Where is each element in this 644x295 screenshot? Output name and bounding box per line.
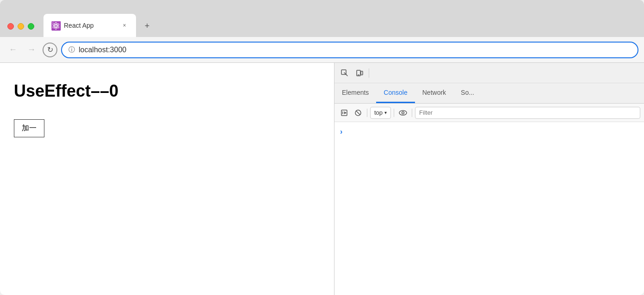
devtools-panel: Elements Console Network So...	[334, 63, 644, 295]
tab-network[interactable]: Network	[415, 83, 453, 103]
tab-elements[interactable]: Elements	[334, 83, 376, 103]
svg-rect-3	[361, 71, 363, 75]
tab-sources[interactable]: So...	[453, 83, 482, 103]
console-separator-1	[367, 109, 367, 117]
toolbar-separator	[369, 68, 369, 78]
tab-title: React App	[64, 22, 117, 29]
tab-console[interactable]: Console	[376, 83, 415, 103]
svg-point-9	[402, 111, 404, 114]
console-clear-button[interactable]	[352, 107, 364, 119]
page-content: UseEffect––0 加一	[0, 63, 334, 295]
new-tab-button[interactable]: +	[140, 18, 155, 33]
devtools-tabs: Elements Console Network So...	[334, 83, 644, 104]
address-text: localhost:3000	[79, 46, 631, 54]
tab-bar: ⚛️ React App × +	[42, 14, 644, 37]
address-info-icon: ⓘ	[68, 46, 75, 54]
console-toolbar: top ▾	[334, 104, 644, 122]
nav-bar: ← → ↻ ⓘ localhost:3000	[0, 37, 644, 63]
console-separator-3	[412, 109, 412, 117]
add-one-button[interactable]: 加一	[14, 119, 44, 137]
tab-favicon: ⚛️	[51, 21, 60, 30]
traffic-light-red[interactable]	[7, 23, 14, 30]
traffic-light-green[interactable]	[28, 23, 34, 30]
console-chevron: ›	[338, 126, 640, 138]
main-area: UseEffect––0 加一	[0, 63, 644, 295]
address-bar[interactable]: ⓘ localhost:3000	[61, 42, 638, 58]
console-separator-2	[394, 109, 394, 117]
console-context-selector[interactable]: top ▾	[370, 107, 391, 119]
svg-point-8	[399, 111, 407, 115]
traffic-light-yellow[interactable]	[18, 23, 24, 30]
browser-tab-active[interactable]: ⚛️ React App ×	[43, 14, 136, 37]
page-heading: UseEffect––0	[14, 81, 320, 101]
forward-button[interactable]: →	[24, 43, 39, 57]
tab-close-button[interactable]: ×	[120, 21, 129, 30]
inspect-element-button[interactable]	[338, 67, 351, 80]
back-button[interactable]: ←	[6, 43, 20, 57]
browser-window: ⚛️ React App × + ← → ↻ ⓘ localhost:3000 …	[0, 0, 644, 295]
reload-button[interactable]: ↻	[43, 43, 57, 57]
title-bar: ⚛️ React App × +	[0, 0, 644, 37]
console-filter-input[interactable]	[415, 107, 640, 119]
console-eye-button[interactable]	[397, 107, 409, 119]
traffic-lights	[0, 23, 42, 37]
console-content: ›	[334, 122, 644, 295]
console-play-button[interactable]	[338, 107, 350, 119]
svg-line-7	[356, 111, 360, 115]
devtools-top-toolbar	[334, 63, 644, 83]
device-toggle-button[interactable]	[353, 67, 366, 80]
